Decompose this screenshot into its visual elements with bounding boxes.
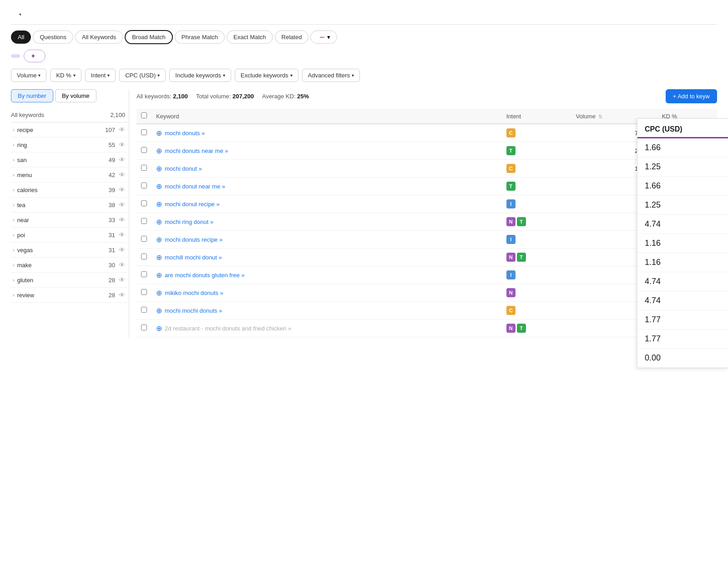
sidebar-item-review[interactable]: › review 28 👁 bbox=[11, 288, 129, 303]
eye-icon[interactable]: 👁 bbox=[119, 186, 125, 193]
tab-all-keywords[interactable]: All Keywords bbox=[75, 30, 123, 44]
eye-icon[interactable]: 👁 bbox=[119, 216, 125, 223]
sidebar-keyword-label: san bbox=[17, 157, 27, 163]
country-dropdown-icon[interactable]: ▾ bbox=[19, 12, 21, 17]
sidebar-item-menu[interactable]: › menu 42 👁 bbox=[11, 168, 129, 183]
keyword-link[interactable]: ⊕mochi donuts near me » bbox=[156, 147, 497, 155]
add-to-keywords-button[interactable]: + Add to keyw bbox=[666, 89, 717, 103]
keyword-cell: ⊕mochi ring donut » bbox=[152, 213, 502, 231]
eye-icon[interactable]: 👁 bbox=[119, 291, 125, 299]
sparkle-icon: ✦ bbox=[30, 52, 36, 60]
domain-input[interactable]: ✦ bbox=[24, 50, 46, 62]
sidebar-item-near[interactable]: › near 33 👁 bbox=[11, 213, 129, 228]
sidebar-keyword-label: recipe bbox=[17, 127, 33, 133]
filter-exclude[interactable]: Exclude keywords ▾ bbox=[235, 69, 298, 82]
keyword-link[interactable]: ⊕mochi donut » bbox=[156, 164, 497, 173]
tab-all[interactable]: All bbox=[11, 30, 31, 44]
keyword-link[interactable]: ⊕mochi donut near me » bbox=[156, 182, 497, 191]
eye-icon[interactable]: 👁 bbox=[119, 231, 125, 239]
eye-icon[interactable]: 👁 bbox=[119, 141, 125, 148]
sidebar-item-san[interactable]: › san 49 👁 bbox=[11, 152, 129, 168]
keyword-cell: ⊕2d restaurant - mochi donuts and fried … bbox=[152, 320, 502, 337]
row-checkbox[interactable] bbox=[141, 254, 147, 259]
languages-button[interactable]: ▾ bbox=[310, 30, 337, 44]
sidebar-item-make[interactable]: › make 30 👁 bbox=[11, 258, 129, 273]
add-plus-icon[interactable]: ⊕ bbox=[156, 253, 162, 262]
sidebar-item-recipe[interactable]: › recipe 107 👁 bbox=[11, 122, 129, 137]
keyword-link[interactable]: ⊕mochi donuts » bbox=[156, 129, 497, 137]
keyword-link[interactable]: ⊕mochill mochi donut » bbox=[156, 253, 497, 262]
sidebar-item-calories[interactable]: › calories 39 👁 bbox=[11, 183, 129, 198]
filter-kd[interactable]: KD % ▾ bbox=[50, 69, 81, 82]
keyword-link[interactable]: ⊕2d restaurant - mochi donuts and fried … bbox=[156, 324, 497, 333]
eye-icon[interactable]: 👁 bbox=[119, 276, 125, 284]
tab-exact-match[interactable]: Exact Match bbox=[227, 30, 273, 44]
add-plus-icon[interactable]: ⊕ bbox=[156, 147, 162, 155]
row-checkbox[interactable] bbox=[141, 271, 147, 277]
add-plus-icon[interactable]: ⊕ bbox=[156, 235, 162, 244]
intent-cell: C bbox=[502, 160, 571, 178]
kd-dropdown-icon: ▾ bbox=[73, 73, 76, 78]
tab-related[interactable]: Related bbox=[275, 30, 309, 44]
intent-badge-N: N bbox=[506, 324, 516, 333]
add-plus-icon[interactable]: ⊕ bbox=[156, 164, 162, 173]
eye-icon[interactable]: 👁 bbox=[119, 246, 125, 254]
eye-icon[interactable]: 👁 bbox=[119, 171, 125, 178]
tab-questions[interactable]: Questions bbox=[33, 30, 73, 44]
sidebar-item-gluten[interactable]: › gluten 28 👁 bbox=[11, 273, 129, 288]
add-plus-icon[interactable]: ⊕ bbox=[156, 324, 162, 333]
row-checkbox[interactable] bbox=[141, 165, 147, 171]
add-plus-icon[interactable]: ⊕ bbox=[156, 129, 162, 137]
filters-row: Volume ▾ KD % ▾ Intent ▾ CPC (USD) ▾ Inc… bbox=[11, 69, 717, 82]
keyword-link[interactable]: ⊕mochi donuts recipe » bbox=[156, 235, 497, 244]
sort-by-volume[interactable]: By volume bbox=[55, 89, 96, 102]
sort-by-number[interactable]: By number bbox=[11, 89, 53, 102]
col-intent-header: Intent bbox=[502, 109, 571, 124]
eye-icon[interactable]: 👁 bbox=[119, 261, 125, 269]
filter-include[interactable]: Include keywords ▾ bbox=[169, 69, 231, 82]
keyword-link[interactable]: ⊕mochi mochi donuts » bbox=[156, 306, 497, 315]
row-checkbox[interactable] bbox=[141, 289, 147, 295]
row-checkbox[interactable] bbox=[141, 147, 147, 153]
eye-icon[interactable]: 👁 bbox=[119, 126, 125, 133]
header-subtitle: ▾ bbox=[11, 12, 717, 17]
filter-cpc[interactable]: CPC (USD) ▾ bbox=[119, 69, 166, 82]
tab-phrase-match[interactable]: Phrase Match bbox=[175, 30, 225, 44]
select-all-checkbox[interactable] bbox=[141, 112, 147, 118]
add-plus-icon[interactable]: ⊕ bbox=[156, 271, 162, 279]
row-checkbox[interactable] bbox=[141, 183, 147, 188]
row-checkbox[interactable] bbox=[141, 129, 147, 135]
add-plus-icon[interactable]: ⊕ bbox=[156, 218, 162, 226]
keyword-cell: ⊕mochill mochi donut » bbox=[152, 249, 502, 266]
sidebar-keyword-count: 107 bbox=[105, 127, 115, 133]
main-table: All keywords: 2,100 Total volume: 207,20… bbox=[129, 89, 717, 337]
sidebar-item-poi[interactable]: › poi 31 👁 bbox=[11, 228, 129, 243]
keyword-link[interactable]: ⊕mochi donut recipe » bbox=[156, 200, 497, 208]
sidebar-item-tea[interactable]: › tea 38 👁 bbox=[11, 198, 129, 213]
row-checkbox[interactable] bbox=[141, 307, 147, 313]
eye-icon[interactable]: 👁 bbox=[119, 201, 125, 208]
filter-intent[interactable]: Intent ▾ bbox=[85, 69, 116, 82]
tab-broad-match[interactable]: Broad Match bbox=[125, 30, 173, 44]
eye-icon[interactable]: 👁 bbox=[119, 156, 125, 163]
keyword-link[interactable]: ⊕mochi ring donut » bbox=[156, 218, 497, 226]
add-plus-icon[interactable]: ⊕ bbox=[156, 182, 162, 191]
row-checkbox[interactable] bbox=[141, 236, 147, 242]
keyword-link[interactable]: ⊕are mochi donuts gluten free » bbox=[156, 271, 497, 279]
cpc-value: 4.74 bbox=[637, 215, 728, 234]
sidebar-item-ring[interactable]: › ring 55 👁 bbox=[11, 137, 129, 152]
row-checkbox[interactable] bbox=[141, 325, 147, 330]
intent-badge-I: I bbox=[506, 270, 516, 279]
sidebar-keyword-count: 33 bbox=[109, 217, 115, 223]
row-checkbox[interactable] bbox=[141, 218, 147, 224]
add-plus-icon[interactable]: ⊕ bbox=[156, 289, 162, 297]
filter-advanced[interactable]: Advanced filters ▾ bbox=[302, 69, 360, 82]
table-row: ⊕mochill mochi donut » NT 1,900 35 bbox=[136, 249, 717, 266]
add-plus-icon[interactable]: ⊕ bbox=[156, 200, 162, 208]
add-plus-icon[interactable]: ⊕ bbox=[156, 306, 162, 315]
keyword-link[interactable]: ⊕mikiko mochi donuts » bbox=[156, 289, 497, 297]
sidebar-item-vegas[interactable]: › vegas 31 👁 bbox=[11, 243, 129, 258]
row-checkbox[interactable] bbox=[141, 200, 147, 206]
intent-badge-I: I bbox=[506, 235, 516, 244]
filter-volume[interactable]: Volume ▾ bbox=[11, 69, 46, 82]
